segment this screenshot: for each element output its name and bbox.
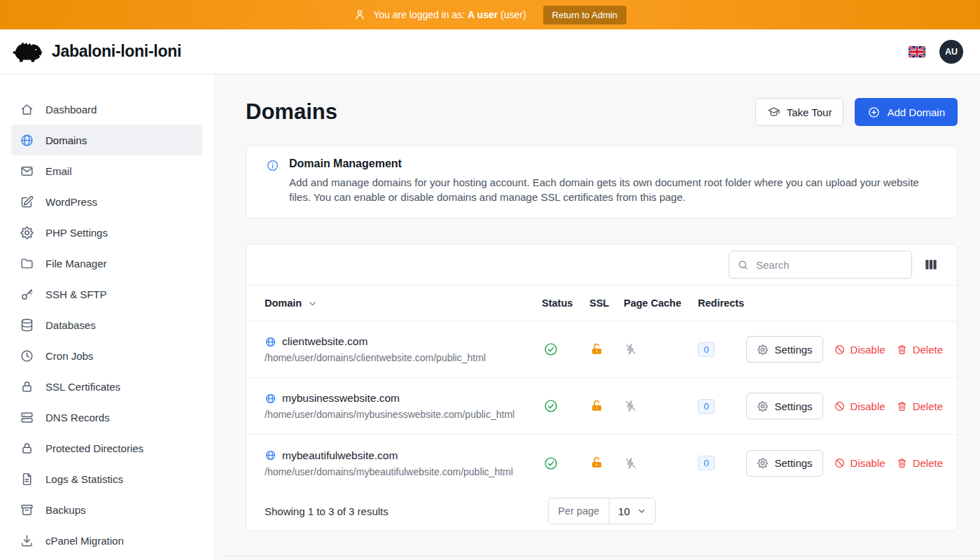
banner-text: You are logged in as: A user (user) bbox=[373, 9, 526, 20]
ssl-unlocked-icon[interactable] bbox=[589, 456, 604, 470]
settings-button[interactable]: Settings bbox=[746, 450, 822, 477]
ban-icon bbox=[834, 400, 846, 412]
take-tour-button[interactable]: Take Tour bbox=[755, 98, 844, 126]
columns-icon bbox=[923, 257, 939, 272]
sidebar-item-databases[interactable]: Databases bbox=[11, 309, 202, 340]
status-enabled-icon bbox=[543, 342, 559, 357]
ssl-unlocked-icon[interactable] bbox=[589, 342, 604, 357]
redirects-count-badge: 0 bbox=[698, 399, 715, 414]
column-header-status: Status bbox=[542, 298, 589, 309]
per-page-select[interactable]: 10 bbox=[610, 498, 655, 524]
ban-icon bbox=[834, 344, 846, 356]
page-cache-disabled-icon[interactable] bbox=[624, 399, 638, 413]
gear-icon bbox=[757, 344, 769, 356]
domain-cell: mybeautifulwebsite.com /home/user/domain… bbox=[265, 449, 542, 477]
column-header-domain[interactable]: Domain bbox=[265, 298, 542, 309]
sidebar-item-backups[interactable]: Backups bbox=[11, 494, 202, 525]
database-icon bbox=[20, 318, 34, 332]
sidebar-item-cpanel-migration[interactable]: cPanel Migration bbox=[11, 525, 202, 556]
header-right: AU bbox=[909, 40, 963, 64]
settings-button[interactable]: Settings bbox=[746, 336, 822, 363]
sidebar-item-dashboard[interactable]: Dashboard bbox=[11, 94, 202, 125]
page-cache-disabled-icon[interactable] bbox=[624, 456, 638, 470]
sidebar-item-label: cPanel Migration bbox=[46, 535, 124, 547]
ssl-cell bbox=[589, 342, 624, 357]
delete-button[interactable]: Delete bbox=[896, 344, 943, 356]
add-domain-button[interactable]: Add Domain bbox=[855, 98, 958, 126]
ssl-unlocked-icon[interactable] bbox=[589, 399, 604, 414]
download-icon bbox=[20, 533, 34, 548]
sidebar-item-cron-jobs[interactable]: Cron Jobs bbox=[11, 340, 202, 371]
search-box bbox=[729, 251, 912, 279]
sidebar-item-php-settings[interactable]: PHP Settings bbox=[11, 217, 202, 248]
domain-path: /home/user/domains/mybusinesswebsite.com… bbox=[265, 409, 542, 420]
sidebar-item-ssh-sftp[interactable]: SSH & SFTP bbox=[11, 279, 202, 309]
column-header-redirects: Redirects bbox=[698, 298, 761, 309]
plus-circle-icon bbox=[867, 106, 881, 119]
column-settings-button[interactable] bbox=[922, 255, 940, 274]
folder-icon bbox=[20, 256, 34, 271]
table-row: mybeautifulwebsite.com /home/user/domain… bbox=[246, 435, 957, 491]
table-row: mybusinesswebsite.com /home/user/domains… bbox=[246, 378, 957, 435]
trash-icon bbox=[896, 457, 908, 469]
domains-table-card: Domain Status SSL Page Cache Redirects c… bbox=[246, 244, 958, 531]
clock-icon bbox=[20, 349, 34, 363]
page-cache-disabled-icon[interactable] bbox=[624, 342, 638, 356]
chevron-down-icon bbox=[637, 506, 647, 516]
sidebar-item-ssl-certificates[interactable]: SSL Certificates bbox=[11, 371, 202, 402]
sidebar-item-label: Domains bbox=[46, 134, 87, 146]
domain-name: mybusinesswebsite.com bbox=[282, 392, 400, 405]
status-enabled-icon bbox=[543, 398, 559, 414]
table-toolbar bbox=[246, 244, 957, 285]
sort-chevron-icon bbox=[307, 298, 318, 309]
sidebar-item-label: File Manager bbox=[46, 258, 107, 270]
home-icon bbox=[20, 102, 34, 117]
boar-logo-icon bbox=[11, 41, 43, 63]
sidebar-item-protected-directories[interactable]: Protected Directories bbox=[11, 433, 202, 463]
results-summary: Showing 1 to 3 of 3 results bbox=[265, 505, 388, 517]
delete-button[interactable]: Delete bbox=[896, 457, 943, 469]
delete-button[interactable]: Delete bbox=[896, 400, 943, 412]
sidebar-item-label: DNS Records bbox=[46, 412, 110, 424]
return-to-admin-button[interactable]: Return to Admin bbox=[543, 6, 626, 24]
info-card-body: Add and manage domains for your hosting … bbox=[289, 175, 937, 204]
table-footer: Showing 1 to 3 of 3 results Per page 10 bbox=[246, 491, 957, 531]
sidebar-item-dns-records[interactable]: DNS Records bbox=[11, 402, 202, 433]
domain-cell: clientwebsite.com /home/user/domains/cli… bbox=[265, 335, 542, 363]
avatar[interactable]: AU bbox=[939, 40, 963, 64]
language-flag-uk-icon[interactable] bbox=[909, 46, 925, 57]
disable-button[interactable]: Disable bbox=[834, 457, 886, 469]
key-icon bbox=[20, 287, 34, 302]
lock-icon bbox=[20, 379, 34, 394]
domain-name: mybeautifulwebsite.com bbox=[282, 449, 398, 462]
document-icon bbox=[20, 472, 34, 486]
ssl-cell bbox=[589, 399, 624, 414]
sidebar-item-label: Email bbox=[46, 165, 72, 177]
page-title: Domains bbox=[246, 99, 337, 125]
sidebar-item-label: PHP Settings bbox=[46, 227, 108, 239]
brand-home-link[interactable]: Jabaloni-loni-loni bbox=[11, 41, 181, 63]
sidebar-item-label: WordPress bbox=[46, 196, 97, 208]
gear-icon bbox=[757, 400, 769, 412]
search-input[interactable] bbox=[729, 251, 912, 279]
sidebar-item-email[interactable]: Email bbox=[11, 155, 202, 186]
sidebar-item-domains[interactable]: Domains bbox=[11, 125, 202, 155]
domains-table-body: clientwebsite.com /home/user/domains/cli… bbox=[246, 321, 957, 491]
sidebar-item-file-manager[interactable]: File Manager bbox=[11, 248, 202, 279]
sidebar-item-wordpress[interactable]: WordPress bbox=[11, 186, 202, 217]
server-icon bbox=[20, 410, 34, 425]
row-actions: Settings Disable Delete bbox=[761, 393, 943, 419]
disable-button[interactable]: Disable bbox=[834, 400, 886, 412]
column-header-page-cache: Page Cache bbox=[624, 298, 698, 309]
brand-title: Jabaloni-loni-loni bbox=[52, 42, 181, 61]
domain-path: /home/user/domains/clientwebsite.com/pub… bbox=[265, 352, 542, 363]
ban-icon bbox=[834, 457, 846, 469]
sidebar-item-logs-statistics[interactable]: Logs & Statistics bbox=[11, 463, 202, 494]
settings-button[interactable]: Settings bbox=[746, 393, 822, 419]
page-cache-cell bbox=[624, 456, 698, 470]
archive-icon bbox=[20, 503, 34, 517]
sidebar-item-label: SSH & SFTP bbox=[46, 288, 107, 300]
trash-icon bbox=[896, 400, 908, 412]
disable-button[interactable]: Disable bbox=[834, 344, 886, 356]
gear-icon bbox=[757, 457, 769, 469]
